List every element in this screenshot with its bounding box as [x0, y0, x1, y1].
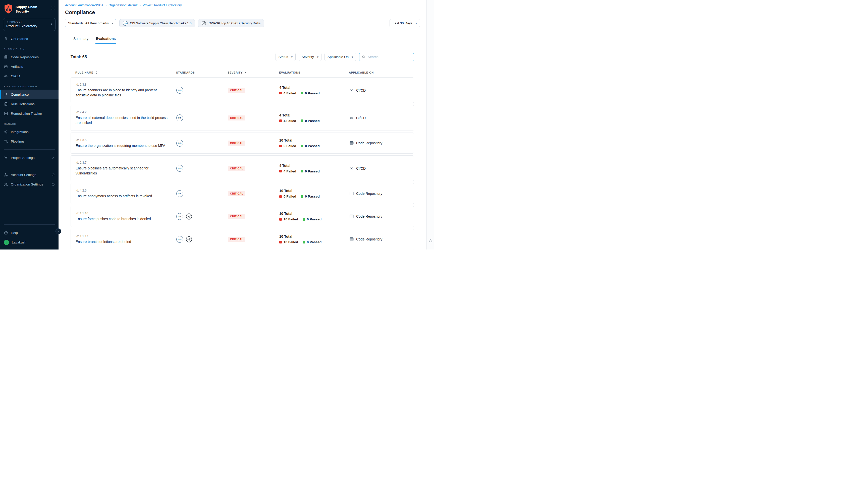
table-row[interactable]: Id: 2.3.7 Ensure pipelines are automatic… — [71, 155, 414, 181]
severity-cell: CRITICAL — [228, 237, 279, 242]
failed-indicator — [279, 218, 282, 221]
date-range-dropdown[interactable]: Last 30 Days — [389, 19, 420, 27]
passed-indicator — [301, 92, 303, 94]
benchmark-chip-label: CIS Software Supply Chain Benchmarks 1.0 — [130, 22, 191, 25]
support-headset-icon[interactable] — [428, 239, 433, 244]
sidebar-item-remediation-tracker[interactable]: Remediation Tracker — [0, 109, 59, 118]
document-check-icon — [4, 93, 8, 97]
sort-icon[interactable] — [95, 71, 98, 74]
table-row[interactable]: Id: 1.3.5 Ensure the organization is req… — [71, 133, 414, 154]
rule-name: Ensure the organization is requiring mem… — [76, 143, 169, 148]
column-header-rule-name[interactable]: RULE NAME — [75, 71, 176, 74]
applicable-on: Code Repository — [349, 214, 410, 219]
rule-name: Ensure branch deletions are denied — [76, 239, 169, 244]
applicable-on: Code Repository — [349, 141, 410, 146]
search-input[interactable] — [367, 55, 411, 59]
sidebar-item-label: Help — [11, 231, 18, 235]
severity-cell: CRITICAL — [228, 88, 279, 93]
sidebar: Supply Chain Security PROJECT Product Ex… — [0, 0, 59, 250]
cis-icon: CIS — [123, 21, 128, 26]
sidebar-item-code-repositories[interactable]: Code Repositories — [0, 52, 59, 62]
benchmark-chip-owasp[interactable]: OWASP Top 10 CI/CD Security Risks — [198, 19, 264, 27]
rule-cell: Id: 1.1.17 Ensure branch deletions are d… — [76, 234, 176, 244]
diamond-icon — [6, 21, 8, 23]
applicable-label: CI/CD — [356, 116, 366, 120]
table-row[interactable]: Id: 1.1.17 Ensure branch deletions are d… — [71, 229, 414, 250]
search-box — [359, 53, 414, 61]
table-row[interactable]: Id: 2.3.8 Ensure scanners are in place t… — [71, 77, 414, 103]
evaluations-total: 10 Total — [279, 234, 349, 239]
question-circle-icon — [4, 231, 8, 235]
table-row[interactable]: Id: 2.4.2 Ensure all external dependenci… — [71, 105, 414, 131]
supply-chain-security-logo — [4, 4, 13, 14]
table-row[interactable]: Id: 4.2.5 Ensure anonymous access to art… — [71, 183, 414, 204]
evaluations-cell: 4 Total 4 Failed 0 Passed — [279, 113, 349, 123]
sidebar-item-compliance[interactable]: Compliance — [0, 89, 59, 99]
sidebar-item-help[interactable]: Help — [0, 228, 59, 238]
tab-summary[interactable]: Summary — [73, 37, 89, 44]
failed-indicator — [279, 195, 282, 198]
breadcrumb-account-link[interactable]: Account: Automation-SSCA — [65, 3, 104, 7]
status-filter[interactable]: Status — [276, 53, 296, 61]
applicable-label: Code Repository — [356, 141, 382, 145]
repository-icon — [349, 237, 354, 242]
project-selector[interactable]: PROJECT Product Exploratory — [3, 18, 56, 31]
benchmark-chip-cis[interactable]: CIS CIS Software Supply Chain Benchmarks… — [119, 19, 195, 27]
main-area: Account: Automation-SSCA › Organization:… — [59, 0, 434, 250]
applicable-on: CI/CD — [349, 166, 410, 171]
rule-cell: Id: 2.3.7 Ensure pipelines are automatic… — [76, 161, 176, 176]
table-row[interactable]: Id: 1.1.16 Ensure force pushes code to b… — [71, 206, 414, 227]
evaluations-passed: 0 Passed — [305, 92, 320, 95]
column-header-severity[interactable]: SEVERITY — [228, 71, 279, 74]
tab-evaluations[interactable]: Evaluations — [95, 37, 116, 44]
clipboard-icon — [4, 102, 8, 106]
applicable-label: Code Repository — [356, 192, 382, 196]
table-header: RULE NAME STANDARDS SEVERITY EVALUATIONS — [71, 71, 414, 74]
project-eyebrow-label: PROJECT — [10, 21, 22, 23]
standards-icons: CIS — [176, 114, 228, 121]
applicable-label: CI/CD — [356, 88, 366, 93]
rule-name: Ensure force pushes code to branches is … — [76, 216, 169, 221]
info-icon — [51, 173, 55, 177]
sidebar-item-project-settings[interactable]: Project Settings — [0, 153, 59, 162]
divider — [4, 149, 55, 150]
applicable-on: Code Repository — [349, 191, 410, 196]
rule-id: Id: 1.1.16 — [76, 211, 176, 215]
sidebar-item-rule-definitions[interactable]: Rule Definitions — [0, 99, 59, 109]
severity-badge: CRITICAL — [228, 166, 245, 171]
applicable-on: Code Repository — [349, 237, 410, 242]
right-rail — [426, 0, 434, 250]
sidebar-item-account-settings[interactable]: Account Settings — [0, 170, 59, 180]
sidebar-collapse-button[interactable] — [56, 228, 61, 234]
sidebar-item-pipelines[interactable]: Pipelines — [0, 136, 59, 146]
database-icon — [4, 55, 8, 59]
app-root: Supply Chain Security PROJECT Product Ex… — [0, 0, 434, 250]
severity-filter[interactable]: Severity — [299, 53, 322, 61]
severity-filter-label: Severity — [302, 55, 314, 59]
evaluations-total: 10 Total — [279, 189, 349, 193]
evaluations-failed: 4 Failed — [284, 169, 296, 173]
breadcrumb-organization-link[interactable]: Organization: default — [108, 3, 137, 7]
sidebar-header: Supply Chain Security — [0, 0, 59, 16]
sidebar-item-cicd[interactable]: CI/CD — [0, 71, 59, 81]
evaluations-total: 4 Total — [279, 86, 349, 89]
owasp-icon — [185, 236, 192, 243]
evaluations-cell: 10 Total 10 Failed 0 Passed — [279, 234, 349, 244]
tab-bar: Summary Evaluations — [73, 37, 426, 44]
apps-grid-icon[interactable] — [51, 4, 55, 11]
standards-dropdown[interactable]: Standards: All Benchmarks — [65, 19, 116, 27]
applicable-on-filter[interactable]: Applicable On — [325, 53, 356, 61]
breadcrumb-project-link[interactable]: Project: Product Exploratory — [143, 3, 182, 7]
evaluations-cell: 10 Total 0 Failed 0 Passed — [279, 189, 349, 198]
sidebar-item-get-started[interactable]: Get Started — [0, 34, 59, 44]
sidebar-item-artifacts[interactable]: Artifacts — [0, 62, 59, 71]
repository-icon — [349, 141, 354, 146]
standards-icons: CIS — [176, 190, 228, 197]
sidebar-item-label: CI/CD — [11, 74, 20, 78]
sidebar-item-integrations[interactable]: Integrations — [0, 127, 59, 136]
sidebar-item-organization-settings[interactable]: Organization Settings — [0, 180, 59, 189]
sort-desc-icon[interactable] — [244, 71, 247, 74]
user-menu[interactable]: L Lavakush — [0, 238, 59, 247]
owasp-icon — [202, 21, 206, 26]
evaluations-passed: 0 Passed — [305, 195, 320, 198]
